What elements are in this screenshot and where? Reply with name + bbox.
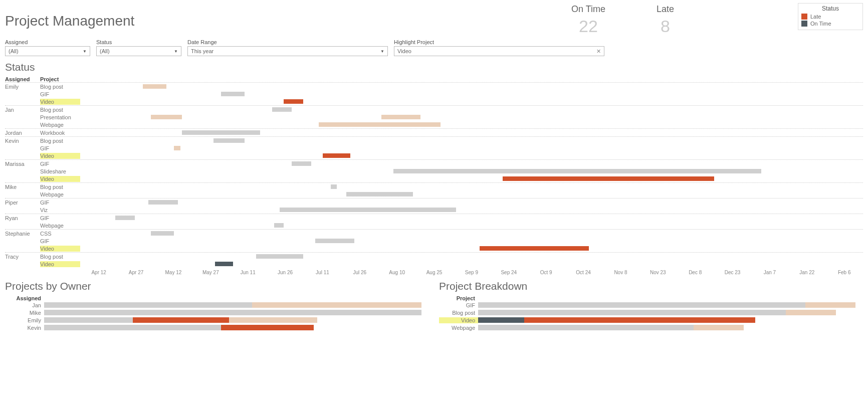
- gantt-row[interactable]: PiperGIF: [5, 199, 863, 206]
- gantt-row[interactable]: Video: [5, 98, 863, 105]
- chevron-down-icon: ▼: [380, 49, 384, 54]
- gantt-bar[interactable]: [215, 262, 233, 266]
- gantt-row[interactable]: RyanGIF: [5, 214, 863, 222]
- gantt-bar[interactable]: [503, 176, 714, 181]
- filter-daterange-select[interactable]: This year ▼: [187, 46, 388, 56]
- gantt-bar[interactable]: [272, 107, 292, 112]
- gantt-bar[interactable]: [323, 153, 350, 158]
- gantt-row[interactable]: Webpage: [5, 222, 863, 229]
- legend-item-ontime[interactable]: On Time: [798, 21, 862, 28]
- gantt-row[interactable]: Video: [5, 152, 863, 159]
- gantt-bar[interactable]: [151, 231, 174, 236]
- bar-row[interactable]: Webpage: [439, 324, 863, 331]
- gantt-bar[interactable]: [315, 239, 354, 243]
- bar-segment[interactable]: [133, 317, 229, 323]
- bar-segment[interactable]: [252, 302, 421, 308]
- gantt-row[interactable]: GIF: [5, 90, 863, 98]
- close-icon[interactable]: ✕: [596, 48, 601, 55]
- bar-row[interactable]: Mike: [5, 309, 429, 316]
- gantt-bar[interactable]: [151, 115, 182, 119]
- bar-segment[interactable]: [44, 317, 133, 323]
- filter-assigned-select[interactable]: (All) ▼: [5, 46, 90, 56]
- gantt-bar-area: [80, 152, 863, 159]
- gantt-row[interactable]: Video: [5, 260, 863, 268]
- gantt-bar[interactable]: [280, 208, 456, 212]
- gantt-bar[interactable]: [284, 99, 303, 104]
- gantt-bar[interactable]: [480, 246, 589, 251]
- gantt-bar[interactable]: [319, 122, 440, 127]
- bar-segment[interactable]: [44, 302, 252, 308]
- gantt-row[interactable]: Video: [5, 245, 863, 252]
- gantt-row[interactable]: KevinBlog post: [5, 137, 863, 144]
- gantt-row[interactable]: StephanieCSS: [5, 230, 863, 237]
- gantt-bar[interactable]: [182, 130, 260, 135]
- gantt-bar[interactable]: [256, 254, 303, 259]
- filter-daterange-label: Date Range: [187, 39, 388, 45]
- bar-row[interactable]: GIF: [439, 301, 863, 309]
- filter-highlight-input[interactable]: Video ✕: [394, 46, 604, 56]
- filter-daterange-value: This year: [191, 48, 213, 54]
- bar-row[interactable]: Jan: [5, 301, 429, 309]
- swatch-icon: [801, 21, 807, 27]
- bar-segment[interactable]: [229, 317, 318, 323]
- gantt-bar[interactable]: [292, 161, 311, 166]
- gantt-row[interactable]: JanBlog post: [5, 106, 863, 113]
- bar-row[interactable]: Blog post: [439, 309, 863, 316]
- gantt-bar[interactable]: [381, 115, 420, 119]
- gantt-row[interactable]: GIF: [5, 144, 863, 152]
- gantt-bar[interactable]: [213, 138, 245, 143]
- axis-tick: Aug 25: [415, 270, 453, 275]
- gantt-bar[interactable]: [393, 169, 761, 173]
- gantt-bar[interactable]: [346, 192, 413, 196]
- gantt-project: Blog post: [40, 184, 63, 190]
- gantt-assigned: Kevin: [5, 138, 40, 144]
- bar-row[interactable]: Video: [439, 316, 863, 324]
- gantt-bar[interactable]: [148, 200, 178, 205]
- bar-row[interactable]: Emily: [5, 316, 429, 324]
- gantt-row[interactable]: Webpage: [5, 190, 863, 198]
- gantt-assigned: Emily: [5, 84, 40, 90]
- bar-row[interactable]: Kevin: [5, 324, 429, 331]
- gantt-bar-area: [80, 113, 863, 121]
- gantt-bar[interactable]: [331, 184, 337, 189]
- axis-tick: Aug 10: [378, 270, 415, 275]
- gantt-bar[interactable]: [274, 223, 284, 228]
- gantt-bar-area: [80, 90, 863, 98]
- chevron-down-icon: ▼: [83, 49, 87, 54]
- bar-segment[interactable]: [478, 302, 805, 308]
- gantt-row[interactable]: TracyBlog post: [5, 253, 863, 260]
- gantt-row[interactable]: JordanWorkbook: [5, 129, 863, 136]
- bar-area: [44, 309, 429, 316]
- axis-tick: Oct 9: [528, 270, 565, 275]
- gantt-row[interactable]: MikeBlog post: [5, 183, 863, 190]
- gantt-bar[interactable]: [174, 146, 180, 150]
- bar-segment[interactable]: [786, 310, 836, 315]
- gantt-row[interactable]: Slideshare: [5, 167, 863, 175]
- gantt-row[interactable]: MarissaGIF: [5, 160, 863, 167]
- gantt-bar[interactable]: [221, 92, 245, 96]
- bar-segment[interactable]: [44, 325, 221, 330]
- gantt-col-assigned: Assigned: [5, 76, 40, 82]
- gantt-x-axis: Apr 12Apr 27May 12May 27Jun 11Jun 26Jul …: [80, 270, 863, 275]
- bar-segment[interactable]: [694, 325, 744, 330]
- gantt-row[interactable]: Viz: [5, 206, 863, 214]
- gantt-row[interactable]: Webpage: [5, 121, 863, 128]
- gantt-row[interactable]: EmilyBlog post: [5, 83, 863, 90]
- filter-status-select[interactable]: (All) ▼: [96, 46, 181, 56]
- gantt-row[interactable]: GIF: [5, 237, 863, 245]
- bar-row-label: Kevin: [5, 325, 44, 331]
- gantt-row[interactable]: Video: [5, 175, 863, 182]
- legend-item-late[interactable]: Late: [798, 14, 862, 21]
- bar-segment[interactable]: [805, 302, 855, 308]
- gantt-project: Blog post: [40, 107, 63, 113]
- bar-segment[interactable]: [221, 325, 313, 330]
- bar-segment[interactable]: [478, 325, 694, 330]
- gantt-project: Webpage: [40, 223, 64, 229]
- gantt-bar[interactable]: [143, 84, 166, 89]
- gantt-bar[interactable]: [115, 216, 135, 220]
- bar-segment[interactable]: [478, 317, 524, 323]
- bar-segment[interactable]: [44, 310, 421, 315]
- bar-segment[interactable]: [524, 317, 755, 323]
- bar-segment[interactable]: [478, 310, 786, 315]
- gantt-row[interactable]: Presentation: [5, 113, 863, 121]
